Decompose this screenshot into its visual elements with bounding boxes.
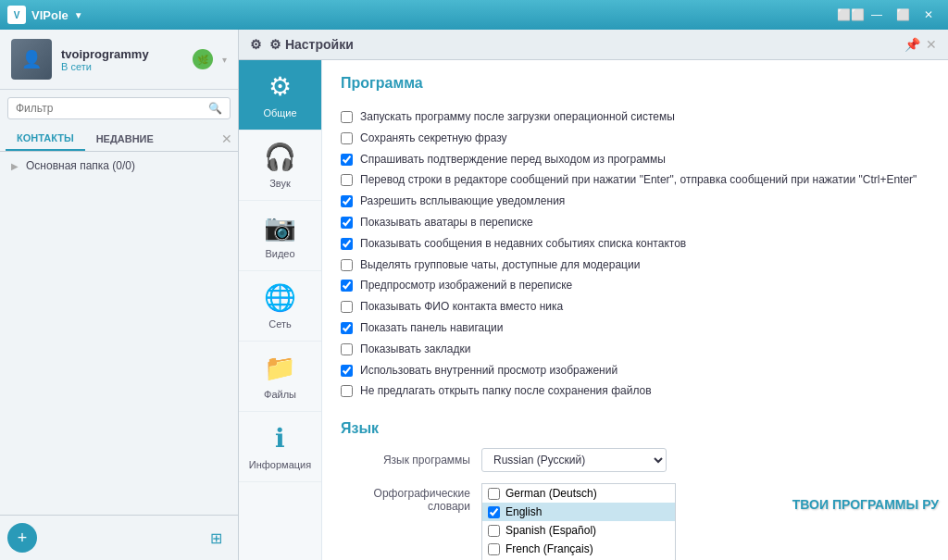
minimize-button[interactable]: — [865,6,889,24]
lang-section: Язык Язык программы Russian (Русский) En… [341,420,929,560]
user-status: В сети [61,61,183,72]
spell-row: Орфографические словари German (Deutsch)… [341,483,929,560]
main-container: 👤 tvoiprogrammy В сети 🌿 ▾ 🔍 КОНТАКТЫ НЕ… [0,30,948,560]
program-section-title: Программа [341,75,929,95]
nav-video-label: Видео [265,248,294,259]
checkbox-cb14[interactable] [341,385,353,397]
add-contact-button[interactable]: + [7,523,37,553]
settings-pin-icon[interactable]: 📌 [904,37,920,52]
checkbox-row-cb13: Использовать внутренний просмотр изображ… [341,360,929,381]
grid-view-button[interactable]: ⊞ [201,523,231,553]
checkbox-label-cb1: Запускать программу после загрузки опера… [360,109,675,125]
settings-nav: ⚙ Общие 🎧 Звук 📷 Видео 🌐 Сеть 📁 Фа [239,60,322,560]
title-dropdown-arrow[interactable]: ▼ [74,10,83,20]
checkbox-cb10[interactable] [341,301,353,313]
search-icon: 🔍 [208,102,222,115]
checkbox-row-cb12: Показывать закладки [341,339,929,360]
close-button[interactable]: ✕ [917,6,941,24]
settings-panel: ⚙ ⚙ Настройки 📌 ✕ ⚙ Общие 🎧 Звук [239,30,948,560]
spell-checkbox-0[interactable] [488,488,500,500]
sound-icon: 🎧 [264,142,296,172]
spell-item-1[interactable]: English [482,503,675,521]
files-icon: 📁 [264,353,296,383]
title-bar: V VIPole ▼ ⬜⬜ — ⬜ ✕ [0,0,948,30]
checkbox-cb5[interactable] [341,195,353,207]
user-panel: 👤 tvoiprogrammy В сети 🌿 ▾ [0,30,238,90]
lang-label: Язык программы [341,454,470,467]
settings-gear-icon: ⚙ [250,37,262,52]
checkbox-row-cb2: Сохранять секретную фразу [341,128,929,149]
checkbox-cb8[interactable] [341,259,353,271]
contact-tabs: КОНТАКТЫ НЕДАВНИЕ ✕ [0,127,238,152]
spell-checkbox-3[interactable] [488,543,500,555]
tab-contacts[interactable]: КОНТАКТЫ [6,127,85,151]
checkbox-row-cb11: Показать панель навигации [341,317,929,339]
video-icon: 📷 [264,212,296,243]
checkbox-label-cb10: Показывать ФИО контакта вместо ника [360,299,563,315]
checkbox-row-cb14: Не предлагать открыть папку после сохран… [341,380,929,402]
network-icon: 🌐 [264,282,296,313]
lang-row: Язык программы Russian (Русский) English… [341,448,929,472]
checkbox-label-cb11: Показать панель навигации [360,320,503,336]
checkbox-label-cb8: Выделять групповые чаты, доступные для м… [360,257,640,273]
nav-item-info[interactable]: ℹ Информация [239,412,321,482]
watermark: ТВОИ ПРОГРАММЫ РУ [792,497,939,512]
spell-checkbox-1[interactable] [488,506,500,518]
tab-recent[interactable]: НЕДАВНИЕ [85,128,165,150]
settings-close-icon[interactable]: ✕ [926,37,937,52]
folder-item[interactable]: ▶ Основная папка (0/0) [0,152,238,180]
username: tvoiprogrammy [61,47,183,61]
nav-item-video[interactable]: 📷 Видео [239,201,321,271]
spell-item-2[interactable]: Spanish (Español) [482,521,675,540]
checkbox-row-cb8: Выделять групповые чаты, доступные для м… [341,255,929,276]
checkbox-label-cb3: Спрашивать подтверждение перед выходом и… [360,152,666,168]
settings-main: Программа Запускать программу после загр… [322,60,948,560]
settings-title: ⚙ ⚙ Настройки [250,37,354,52]
checkbox-row-cb6: Показывать аватары в переписке [341,212,929,233]
checkbox-cb1[interactable] [341,111,353,123]
spell-checkbox-2[interactable] [488,525,500,537]
nav-info-label: Информация [249,459,311,470]
nav-item-general[interactable]: ⚙ Общие [239,60,321,131]
nav-item-files[interactable]: 📁 Файлы [239,342,321,412]
nav-files-label: Файлы [264,389,296,400]
spell-item-0[interactable]: German (Deutsch) [482,484,675,503]
tile-windows-button[interactable]: ⬜⬜ [839,6,863,24]
checkbox-cb13[interactable] [341,365,353,377]
spell-item-3[interactable]: French (Français) [482,540,675,558]
checkbox-cb3[interactable] [341,154,353,166]
checkbox-cb4[interactable] [341,174,353,186]
search-input[interactable] [16,102,208,115]
checkbox-cb6[interactable] [341,217,353,229]
checkbox-cb12[interactable] [341,343,353,355]
checkbox-label-cb13: Использовать внутренний просмотр изображ… [360,363,617,379]
settings-content: ⚙ Общие 🎧 Звук 📷 Видео 🌐 Сеть 📁 Фа [239,60,948,560]
user-badge: 🌿 [193,49,213,69]
spell-label-2: Spanish (Español) [505,524,596,537]
checkbox-label-cb4: Перевод строки в редакторе сообщений при… [360,172,917,188]
checkbox-row-cb9: Предпросмотр изображений в переписке [341,275,929,296]
tabs-close-icon[interactable]: ✕ [221,131,232,146]
avatar: 👤 [11,39,52,80]
nav-item-network[interactable]: 🌐 Сеть [239,271,321,342]
folder-arrow-icon: ▶ [11,161,19,171]
spell-list: German (Deutsch)EnglishSpanish (Español)… [481,483,676,560]
spell-label-0: German (Deutsch) [505,487,597,500]
checkbox-label-cb5: Разрешить всплывающие уведомления [360,193,565,209]
maximize-button[interactable]: ⬜ [891,6,915,24]
title-bar-left: V VIPole ▼ [7,6,83,24]
nav-item-sound[interactable]: 🎧 Звук [239,131,321,201]
lang-section-title: Язык [341,420,929,437]
info-icon: ℹ [275,423,285,454]
checkboxes-container: Запускать программу после загрузки опера… [341,106,929,402]
checkbox-cb11[interactable] [341,322,353,334]
checkbox-cb9[interactable] [341,280,353,292]
checkbox-cb2[interactable] [341,132,353,144]
checkbox-label-cb14: Не предлагать открыть папку после сохран… [360,383,652,399]
nav-sound-label: Звук [269,178,291,189]
checkbox-row-cb10: Показывать ФИО контакта вместо ника [341,296,929,317]
checkbox-cb7[interactable] [341,238,353,250]
checkbox-row-cb7: Показывать сообщения в недавних событиях… [341,233,929,255]
user-panel-arrow[interactable]: ▾ [222,55,227,65]
lang-select[interactable]: Russian (Русский) English German (Deutsc… [481,448,667,472]
